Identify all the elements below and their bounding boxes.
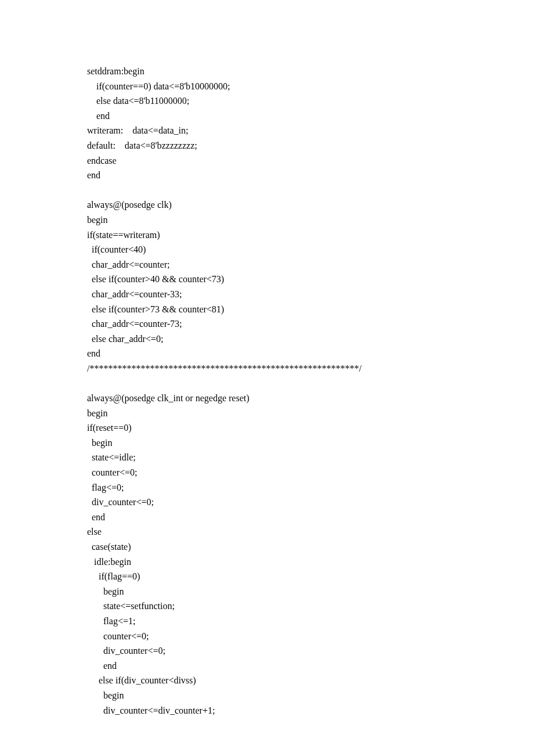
code-line: else if(div_counter<divss)	[87, 673, 447, 688]
code-line: else	[87, 524, 447, 539]
code-line: end	[87, 168, 447, 183]
code-line	[87, 376, 447, 391]
code-line: counter<=0;	[87, 465, 447, 480]
code-line: else if(counter>73 && counter<81)	[87, 302, 447, 317]
code-line: writeram: data<=data_in;	[87, 123, 447, 138]
code-line: always@(posedge clk_int or negedge reset…	[87, 391, 447, 406]
code-line: begin	[87, 435, 447, 451]
code-line: default: data<=8'bzzzzzzzz;	[87, 138, 447, 153]
code-line: else if(counter>40 && counter<73)	[87, 272, 447, 287]
code-line: if(reset==0)	[87, 420, 447, 435]
code-line: else data<=8'b11000000;	[87, 93, 447, 109]
code-line: counter<=0;	[87, 629, 447, 644]
code-line: if(counter<40)	[87, 242, 447, 257]
code-line: begin	[87, 688, 447, 703]
code-line: flag<=0;	[87, 480, 447, 495]
code-line: end	[87, 510, 447, 525]
code-block: setddram:begin if(counter==0) data<=8'b1…	[87, 64, 447, 718]
code-line: begin	[87, 406, 447, 421]
code-line: /***************************************…	[87, 361, 447, 376]
code-line: end	[87, 658, 447, 674]
code-line: char_addr<=counter;	[87, 257, 447, 272]
code-line	[87, 183, 447, 198]
code-line: idle:begin	[87, 555, 447, 570]
code-line: else char_addr<=0;	[87, 332, 447, 347]
code-line: state<=idle;	[87, 450, 447, 465]
code-line: state<=setfunction;	[87, 599, 447, 614]
code-line: setddram:begin	[87, 64, 447, 79]
code-line: char_addr<=counter-73;	[87, 316, 447, 332]
document-page: setddram:begin if(counter==0) data<=8'b1…	[0, 0, 534, 756]
code-line: div_counter<=0;	[87, 495, 447, 510]
code-line: if(counter==0) data<=8'b10000000;	[87, 79, 447, 94]
code-line: begin	[87, 213, 447, 228]
code-line: end	[87, 346, 447, 361]
code-line: div_counter<=0;	[87, 643, 447, 658]
code-line: end	[87, 109, 447, 124]
code-line: begin	[87, 584, 447, 599]
code-line: char_addr<=counter-33;	[87, 287, 447, 302]
code-line: if(flag==0)	[87, 569, 447, 584]
code-line: always@(posedge clk)	[87, 197, 447, 213]
code-line: endcase	[87, 153, 447, 168]
code-line: case(state)	[87, 539, 447, 555]
code-line: if(state==writeram)	[87, 228, 447, 243]
code-line: div_counter<=div_counter+1;	[87, 703, 447, 718]
code-line: flag<=1;	[87, 614, 447, 629]
